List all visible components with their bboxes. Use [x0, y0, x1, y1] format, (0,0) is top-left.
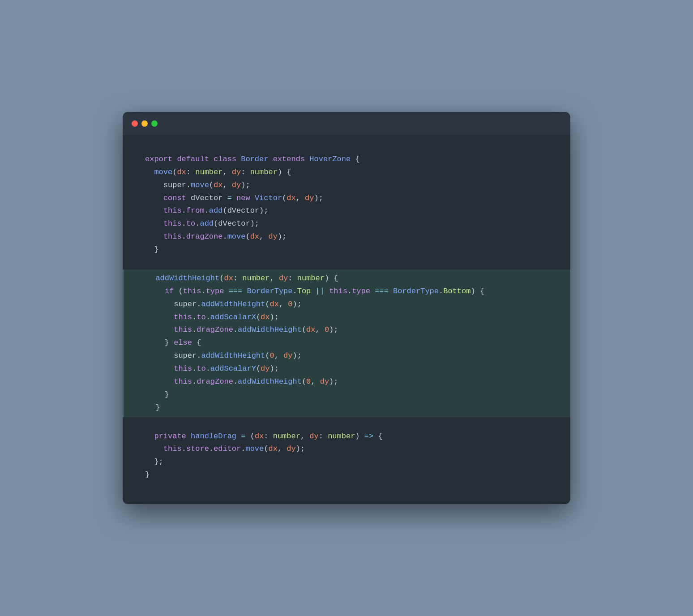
code-line: this.dragZone.move(dx, dy);	[145, 231, 548, 244]
code-line: this.to.addScalarY(dy);	[146, 363, 548, 376]
code-line: this.dragZone.addWidthHeight(0, dy);	[146, 376, 548, 389]
code-line: if (this.type === BorderType.Top || this…	[146, 285, 548, 298]
code-line: super.move(dx, dy);	[145, 179, 548, 192]
code-line	[145, 417, 548, 430]
minimize-button[interactable]	[141, 120, 148, 127]
code-line: const dVector = new Victor(dx, dy);	[145, 192, 548, 205]
code-line: private handleDrag = (dx: number, dy: nu…	[145, 430, 548, 443]
code-line: }	[145, 244, 548, 257]
code-line: }	[145, 469, 548, 482]
code-line: this.from.add(dVector);	[145, 205, 548, 218]
code-line: }	[146, 402, 548, 415]
code-line	[145, 257, 548, 270]
code-line: this.to.addScalarX(dx);	[146, 311, 548, 324]
highlighted-code-block: addWidthHeight(dx: number, dy: number) {…	[123, 270, 570, 417]
maximize-button[interactable]	[151, 120, 158, 127]
code-line: };	[145, 456, 548, 469]
close-button[interactable]	[132, 120, 138, 127]
code-editor: export default class Border extends Hove…	[123, 135, 570, 504]
code-window: export default class Border extends Hove…	[123, 112, 570, 504]
code-line: this.dragZone.addWidthHeight(dx, 0);	[146, 324, 548, 337]
code-line: export default class Border extends Hove…	[145, 153, 548, 166]
code-line: addWidthHeight(dx: number, dy: number) {	[146, 272, 548, 285]
code-line: super.addWidthHeight(0, dy);	[146, 350, 548, 363]
code-line: move(dx: number, dy: number) {	[145, 166, 548, 179]
code-line: this.store.editor.move(dx, dy);	[145, 443, 548, 456]
code-line: this.to.add(dVector);	[145, 218, 548, 231]
code-line: } else {	[146, 337, 548, 350]
code-line: super.addWidthHeight(dx, 0);	[146, 298, 548, 311]
code-line: }	[146, 389, 548, 402]
titlebar	[123, 112, 570, 135]
